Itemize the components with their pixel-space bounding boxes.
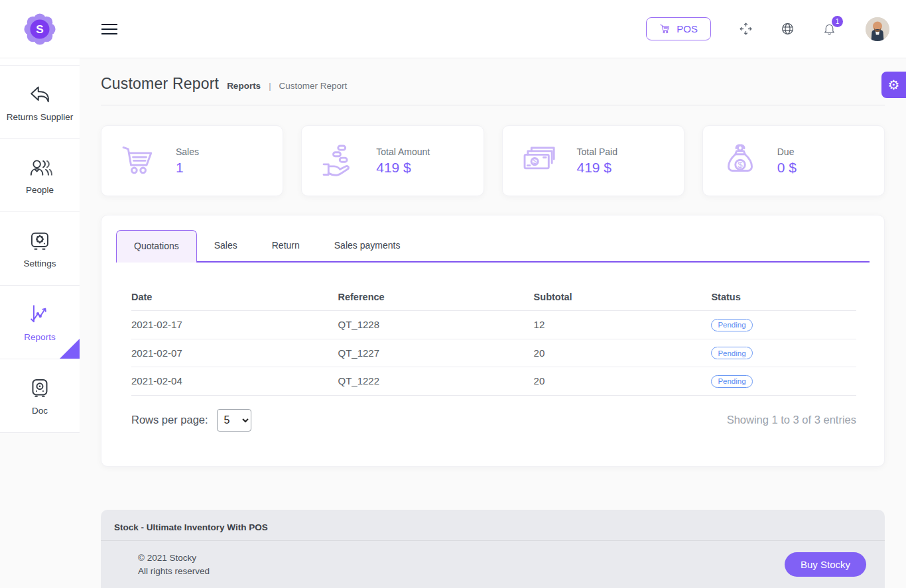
table-header-row: Date Reference Subtotal Status [131, 286, 856, 311]
cell-subtotal: 12 [534, 311, 712, 339]
footer-title: Stock - Ultimate Inventory With POS [101, 510, 885, 540]
stat-card-total-amount: Total Amount 419 $ [301, 125, 484, 196]
money-bag-icon: $ [720, 142, 761, 180]
sidebar-item-settings[interactable]: Settings [0, 212, 80, 286]
stat-card-sales: Sales 1 [101, 125, 283, 196]
quotations-table: Date Reference Subtotal Status 2021-02-1… [131, 286, 856, 396]
stat-card-due: $ Due 0 $ [702, 125, 885, 196]
stat-value: 419 $ [376, 160, 430, 176]
stat-label: Total Amount [376, 147, 430, 157]
sidebar-item-label: Settings [24, 259, 56, 268]
stat-value: 0 $ [777, 160, 797, 176]
hand-money-icon [318, 142, 359, 180]
doc-icon [28, 376, 52, 400]
banknotes-icon: $ [519, 142, 560, 180]
main-content: Customer Report Reports | Customer Repor… [80, 0, 906, 588]
cart-icon [659, 23, 671, 34]
cell-subtotal: 20 [534, 367, 712, 396]
cell-reference: QT_1228 [338, 311, 534, 339]
svg-text:$: $ [533, 158, 537, 165]
footer-rights: All rights reserved [138, 565, 210, 578]
sidebar-item-label: Doc [32, 406, 48, 416]
pagination-bar: Rows per page: 5 Showing 1 to 3 of 3 ent… [131, 409, 856, 432]
column-header-reference[interactable]: Reference [338, 286, 534, 311]
cell-date: 2021-02-07 [131, 339, 338, 367]
theme-settings-button[interactable]: ⚙ [881, 72, 906, 98]
notification-count-badge: 1 [832, 16, 843, 27]
status-badge: Pending [711, 347, 752, 359]
table-row[interactable]: 2021-02-07 QT_1227 20 Pending [131, 339, 856, 367]
tab-sales[interactable]: Sales [197, 230, 255, 261]
table-row[interactable]: 2021-02-17 QT_1228 12 Pending [131, 311, 856, 339]
header-divider [101, 105, 885, 105]
cell-date: 2021-02-17 [131, 311, 338, 339]
sidebar-item-people[interactable]: People [0, 139, 80, 212]
language-button[interactable] [781, 22, 795, 36]
stat-card-total-paid: $ Total Paid 419 $ [502, 125, 684, 196]
people-icon [27, 155, 52, 179]
svg-text:S: S [36, 23, 43, 36]
topbar: S POS [0, 0, 906, 58]
buy-stocky-button[interactable]: Buy Stocky [785, 552, 866, 577]
sidebar-item-doc[interactable]: Doc [0, 359, 80, 433]
user-avatar[interactable] [866, 17, 889, 41]
tab-return[interactable]: Return [255, 230, 317, 261]
sidebar-item-label: People [26, 185, 54, 195]
pos-button-label: POS [677, 23, 698, 34]
gear-icon: ⚙ [888, 77, 900, 93]
status-badge: Pending [711, 375, 752, 388]
sidebar-item-returns-supplier[interactable]: Returns Supplier [0, 65, 80, 139]
return-arrow-icon [28, 82, 52, 106]
pos-button[interactable]: POS [646, 17, 711, 40]
breadcrumb-current: Customer Report [279, 81, 348, 91]
breadcrumb-separator: | [269, 81, 271, 91]
breadcrumb-parent[interactable]: Reports [227, 81, 261, 91]
sidebar: Returns Supplier People Settings Report [0, 58, 80, 433]
cell-subtotal: 20 [534, 339, 712, 367]
column-header-date[interactable]: Date [131, 286, 338, 311]
page-header: Customer Report Reports | Customer Repor… [101, 58, 885, 93]
sidebar-item-reports[interactable]: Reports [0, 286, 80, 359]
cell-reference: QT_1227 [338, 339, 534, 367]
rows-per-page-select[interactable]: 5 [217, 409, 251, 432]
app-logo[interactable]: S [0, 10, 80, 48]
svg-text:$: $ [738, 160, 743, 170]
tab-quotations[interactable]: Quotations [116, 230, 197, 263]
expand-arrows-icon [739, 22, 753, 36]
column-header-subtotal[interactable]: Subtotal [534, 286, 712, 311]
line-chart-icon [27, 302, 52, 326]
sidebar-item-label: Reports [24, 332, 55, 342]
fullscreen-button[interactable] [739, 22, 753, 36]
notifications-button[interactable]: 1 [822, 22, 836, 36]
status-badge: Pending [711, 319, 752, 331]
sidebar-item-label: Returns Supplier [7, 112, 74, 122]
active-corner-marker [60, 339, 80, 359]
stat-value: 1 [176, 160, 199, 176]
globe-icon [781, 22, 795, 36]
stat-label: Due [777, 147, 797, 157]
menu-toggle-button[interactable] [101, 21, 117, 38]
report-panel: Quotations Sales Return Sales payments D… [101, 215, 885, 467]
stat-label: Sales [176, 147, 199, 157]
cell-date: 2021-02-04 [131, 367, 338, 396]
report-tabs: Quotations Sales Return Sales payments [116, 230, 870, 263]
stat-value: 419 $ [577, 160, 617, 176]
cart-icon [118, 142, 159, 180]
rows-per-page-label: Rows per page: [131, 414, 208, 426]
cell-reference: QT_1222 [338, 367, 534, 396]
stat-label: Total Paid [577, 147, 617, 157]
table-row[interactable]: 2021-02-04 QT_1222 20 Pending [131, 367, 856, 396]
stat-cards-row: Sales 1 Total Amount 419 $ [101, 125, 885, 196]
avatar-image [866, 17, 889, 41]
settings-drive-icon [28, 229, 52, 253]
footer: Stock - Ultimate Inventory With POS © 20… [101, 510, 885, 588]
stocky-logo-icon: S [21, 10, 59, 48]
showing-entries-text: Showing 1 to 3 of 3 entries [727, 414, 856, 426]
column-header-status[interactable]: Status [711, 286, 856, 311]
footer-copyright: © 2021 Stocky [138, 552, 210, 565]
tab-sales-payments[interactable]: Sales payments [317, 230, 418, 261]
page-title: Customer Report [101, 75, 219, 93]
